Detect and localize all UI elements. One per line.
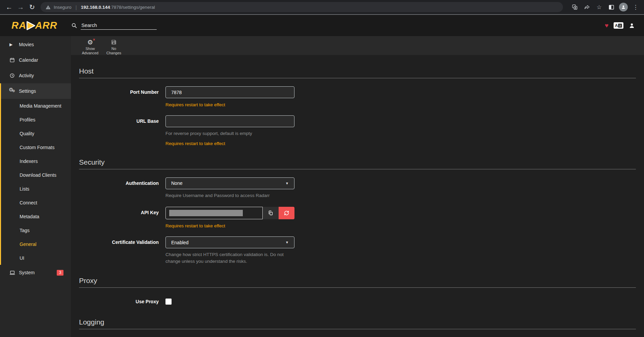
address-bar[interactable]: Inseguro | 192.168.0.144 :7878/settings/… <box>41 2 563 12</box>
laptop-icon <box>9 270 19 276</box>
page-translate-icon[interactable]: A z <box>614 22 623 29</box>
certificate-validation-row: Certificate Validation Enabled ▼ Change … <box>79 236 636 264</box>
chevron-down-icon: ▼ <box>285 181 289 185</box>
section-title-host: Host <box>79 67 636 78</box>
authentication-row: Authentication None ▼ Require Username a… <box>79 177 636 199</box>
show-advanced-button[interactable]: ⚙ × Show Advanced <box>79 38 101 55</box>
calendar-icon <box>9 57 19 63</box>
security-label: Inseguro <box>54 5 72 10</box>
advanced-off-icon: × <box>92 37 96 41</box>
main-panel: ⚙ × Show Advanced No Changes Host Port N… <box>71 36 644 337</box>
url-base-row: URL Base For reverse proxy support, defa… <box>79 115 636 146</box>
sidebar-item-tags[interactable]: Tags <box>1 223 71 237</box>
authentication-select[interactable]: None ▼ <box>165 177 294 189</box>
use-proxy-checkbox[interactable] <box>165 299 172 305</box>
sidebar-item-media-management[interactable]: Media Management <box>1 99 71 113</box>
insecure-warning-icon <box>45 4 51 10</box>
copy-api-key-button[interactable] <box>263 207 279 219</box>
settings-general-content: Host Port Number Requires restart to tak… <box>71 55 644 337</box>
api-key-redacted-value <box>169 210 243 216</box>
port-restart-warning: Requires restart to take effect <box>165 102 294 107</box>
movies-play-icon: ▶ <box>9 42 19 47</box>
section-title-proxy: Proxy <box>79 277 636 288</box>
browser-toolbar: ← → ↻ Inseguro | 192.168.0.144 :7878/set… <box>0 0 644 15</box>
donate-heart-icon[interactable]: ♥ <box>605 22 609 29</box>
sidebar-item-ui[interactable]: UI <box>1 251 71 265</box>
use-proxy-label: Use Proxy <box>79 296 165 306</box>
clock-icon <box>9 73 19 78</box>
translate-icon[interactable] <box>570 2 580 12</box>
sidebar-item-calendar[interactable]: Calendar <box>0 52 71 68</box>
save-changes-button[interactable]: No Changes <box>103 38 125 55</box>
regenerate-api-key-button[interactable] <box>279 207 294 219</box>
system-alert-badge: 3 <box>57 270 63 276</box>
url-base-help: For reverse proxy support, default is em… <box>165 130 294 137</box>
logo-text-right: ARR <box>35 20 57 31</box>
logo-text-left: RA <box>11 20 26 31</box>
use-proxy-row: Use Proxy <box>79 296 636 306</box>
port-number-label: Port Number <box>79 86 165 107</box>
browser-profile-avatar[interactable] <box>618 2 628 12</box>
chevron-down-icon: ▼ <box>285 241 289 244</box>
certificate-validation-help: Change how strict HTTPS certification va… <box>165 251 294 264</box>
api-key-row: API Key Requires restart to take eff <box>79 207 636 228</box>
page-toolbar: ⚙ × Show Advanced No Changes <box>71 36 644 55</box>
browser-forward-button[interactable]: → <box>15 1 26 13</box>
sidebar-item-download-clients[interactable]: Download Clients <box>1 168 71 182</box>
sidebar-item-quality[interactable]: Quality <box>1 127 71 140</box>
share-icon[interactable] <box>582 2 592 12</box>
sidebar-item-lists[interactable]: Lists <box>1 182 71 196</box>
radarr-logo[interactable]: RA ARR <box>0 20 71 31</box>
search-input[interactable] <box>81 21 157 30</box>
search-zone <box>71 21 605 30</box>
settings-gears-icon: ⚙⚙ <box>9 88 19 94</box>
authentication-label: Authentication <box>79 177 165 199</box>
sidebar-item-connect[interactable]: Connect <box>1 196 71 209</box>
port-number-row: Port Number Requires restart to take eff… <box>79 86 636 107</box>
sidebar-item-profiles[interactable]: Profiles <box>1 113 71 127</box>
user-icon[interactable] <box>628 22 635 29</box>
url-host: 192.168.0.144 <box>81 5 110 10</box>
sidebar-item-indexers[interactable]: Indexers <box>1 154 71 168</box>
browser-menu-icon[interactable]: ⋮ <box>630 2 641 12</box>
radarr-header: RA ARR ♥ A z <box>0 15 644 36</box>
url-base-restart-warning: Requires restart to take effect <box>165 141 294 146</box>
bookmark-star-icon[interactable]: ☆ <box>594 2 604 12</box>
url-base-input[interactable] <box>165 115 294 127</box>
header-icons: ♥ A z <box>605 22 635 29</box>
browser-reload-button[interactable]: ↻ <box>26 1 38 13</box>
api-key-field[interactable] <box>165 207 263 219</box>
section-title-logging: Logging <box>79 318 636 329</box>
sidebar-item-custom-formats[interactable]: Custom Formats <box>1 140 71 154</box>
section-title-security: Security <box>79 158 636 169</box>
sidebar-item-settings[interactable]: ⚙⚙ Settings <box>1 83 71 99</box>
sidebar-item-system[interactable]: System 3 <box>0 265 71 280</box>
certificate-validation-select[interactable]: Enabled ▼ <box>165 236 294 248</box>
advanced-gear-icon: ⚙ × <box>87 38 93 46</box>
certificate-validation-label: Certificate Validation <box>79 236 165 264</box>
radarr-play-icon <box>25 20 36 31</box>
browser-back-button[interactable]: ← <box>3 1 15 13</box>
port-number-input[interactable] <box>165 86 294 98</box>
sidebar-item-movies[interactable]: ▶ Movies <box>0 37 71 52</box>
save-icon <box>111 38 117 46</box>
sidebar-item-activity[interactable]: Activity <box>0 68 71 83</box>
sidebar-item-general[interactable]: General <box>1 237 71 251</box>
search-icon <box>71 22 77 29</box>
omnibox-divider: | <box>76 4 77 10</box>
url-base-label: URL Base <box>79 115 165 146</box>
url-path: :7878/settings/general <box>110 5 155 10</box>
sidebar: ▶ Movies Calendar Activity ⚙⚙ Settings M… <box>0 36 71 337</box>
sidebar-settings-group: ⚙⚙ Settings Media Management Profiles Qu… <box>0 83 71 265</box>
side-panel-icon[interactable] <box>606 2 616 12</box>
api-key-restart-warning: Requires restart to take effect <box>165 223 294 228</box>
authentication-help: Require Username and Password to access … <box>165 192 294 199</box>
sidebar-item-metadata[interactable]: Metadata <box>1 209 71 223</box>
api-key-label: API Key <box>79 207 165 228</box>
